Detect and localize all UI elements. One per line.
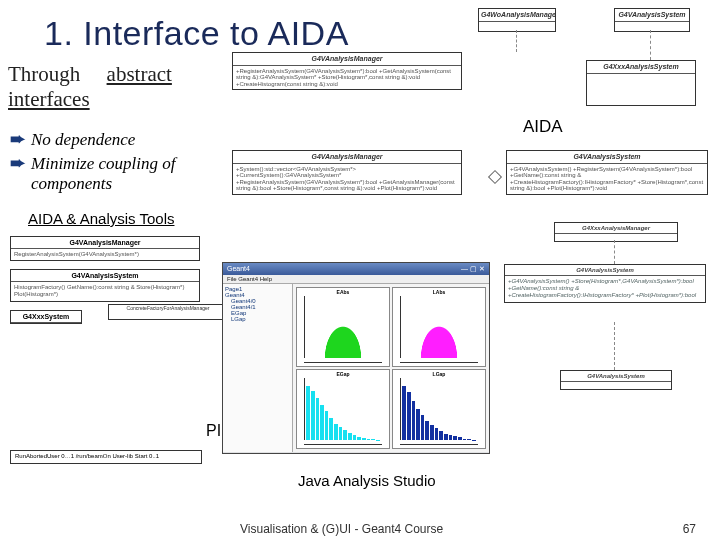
status-bar: RunAbortedUser 0…1 /run/beamOn User-lib … (10, 450, 202, 464)
uml-right-box3-head: G4VAnalysisSystem (561, 371, 671, 382)
tools-subheading: AIDA & Analysis Tools (28, 210, 174, 227)
window-title: Geant4 (227, 265, 250, 273)
connector-label: ConcreteFactoryForAnalysisManager (108, 304, 228, 320)
plot-title: EAbs (337, 289, 350, 295)
arrow-icon: ➨ (10, 154, 25, 172)
uml-left-box3: G4XxxSystem (10, 310, 82, 324)
footer-page: 67 (683, 522, 696, 536)
uml-left-box2-head: G4VAnalysisSystem (11, 270, 199, 282)
tree-item[interactable]: LGap (225, 316, 290, 322)
window-titlebar: Geant4 — ▢ ✕ (223, 263, 489, 275)
uml-right-box3: G4VAnalysisSystem (560, 370, 672, 390)
plot-title: LGap (433, 371, 446, 377)
plot-lgap: LGap (392, 369, 486, 449)
uml-top-manager-body: +RegisterAnalysisSystem(G4VAnalysisSyste… (233, 66, 461, 90)
uml-mid-manager-body: +System():std::vector<G4VAnalysisSystem*… (233, 164, 461, 194)
uml-right-box1: G4XxxAnalysisManager (554, 222, 678, 242)
uml-right-box1-head: G4XxxAnalysisManager (555, 223, 677, 234)
subhead-interfaces: interfaces (8, 87, 90, 111)
uml-top-a: G4WoAnalysisManager (478, 8, 556, 32)
plot-title: LAbs (433, 289, 446, 295)
uml-top-manager-head: G4VAnalysisManager (233, 53, 461, 66)
uml-left-box2-body: HistogramFactory() GetName():const strin… (11, 282, 199, 300)
uml-top-right-head: G4XxxAnalysisSystem (587, 61, 695, 74)
bullet-1: ➨ No dependence (10, 130, 175, 150)
plot-title: EGap (336, 371, 349, 377)
bullet-1-text: No dependence (31, 130, 135, 150)
plot-eabs: EAbs (296, 287, 390, 367)
connector (614, 322, 615, 370)
uml-mid-right-body: +G4VAnalysisSystem() +RegisterSystem(G4V… (507, 164, 707, 194)
connector (516, 30, 517, 52)
uml-top-right: G4XxxAnalysisSystem (586, 60, 696, 106)
uml-top-manager: G4VAnalysisManager +RegisterAnalysisSyst… (232, 52, 462, 90)
subhead-through: Through (8, 62, 80, 86)
aggregation-icon (488, 170, 502, 184)
uml-top-b-head: G4VAnalysisSystem (615, 9, 689, 22)
uml-mid-manager: G4VAnalysisManager +System():std::vector… (232, 150, 462, 195)
uml-left-box3-head: G4XxxSystem (11, 311, 81, 323)
subheading: Through abstract interfaces (8, 62, 172, 112)
uml-left-box2: G4VAnalysisSystem HistogramFactory() Get… (10, 269, 200, 301)
connector (650, 30, 651, 60)
bullet-2-line1: Minimize coupling of (31, 154, 175, 173)
bullet-list: ➨ No dependence ➨ Minimize coupling of c… (10, 130, 175, 198)
plots-grid: EAbs LAbs EGap LGap (293, 284, 489, 452)
subhead-abstract: abstract (107, 62, 172, 86)
aida-label: AIDA (515, 115, 571, 139)
uml-mid-right: G4VAnalysisSystem +G4VAnalysisSystem() +… (506, 150, 708, 195)
footer-course: Visualisation & (G)UI - Geant4 Course (240, 522, 443, 536)
analysis-app-window: Geant4 — ▢ ✕ File Geant4 Help Page1 Gean… (222, 262, 490, 454)
slide-footer: Visualisation & (G)UI - Geant4 Course 67 (0, 522, 710, 536)
uml-right-box2-body: +G4VAnalysisSystem() +Store(Histogram*,G… (505, 276, 705, 302)
uml-mid-right-head: G4VAnalysisSystem (507, 151, 707, 164)
menubar[interactable]: File Geant4 Help (223, 275, 489, 284)
uml-left-box1-head: G4VAnalysisManager (11, 237, 199, 249)
uml-right-box2-head: G4VAnalysisSystem (505, 265, 705, 276)
java-analysis-studio-label: Java Analysis Studio (290, 470, 444, 491)
tree-panel[interactable]: Page1 Geant4 Geant4/0 Geant4/1 EGap LGap (223, 284, 293, 452)
connector (614, 240, 615, 264)
slide-title: 1. Interface to AIDA (0, 0, 720, 57)
uml-top-b: G4VAnalysisSystem (614, 8, 690, 32)
uml-left-box1-body: RegisterAnalysisSystem(G4VAnalysisSystem… (11, 249, 199, 260)
bullet-2-line2: components (31, 174, 112, 193)
uml-top-right-body (587, 74, 695, 85)
uml-right-box2: G4VAnalysisSystem +G4VAnalysisSystem() +… (504, 264, 706, 303)
uml-left-box1: G4VAnalysisManager RegisterAnalysisSyste… (10, 236, 200, 261)
arrow-icon: ➨ (10, 130, 25, 148)
bullet-2: ➨ Minimize coupling of components (10, 154, 175, 194)
uml-top-a-head: G4WoAnalysisManager (479, 9, 555, 22)
plot-egap: EGap (296, 369, 390, 449)
uml-mid-manager-head: G4VAnalysisManager (233, 151, 461, 164)
plot-labs: LAbs (392, 287, 486, 367)
window-controls-icon: — ▢ ✕ (461, 265, 485, 273)
bullet-2-text: Minimize coupling of components (31, 154, 175, 194)
